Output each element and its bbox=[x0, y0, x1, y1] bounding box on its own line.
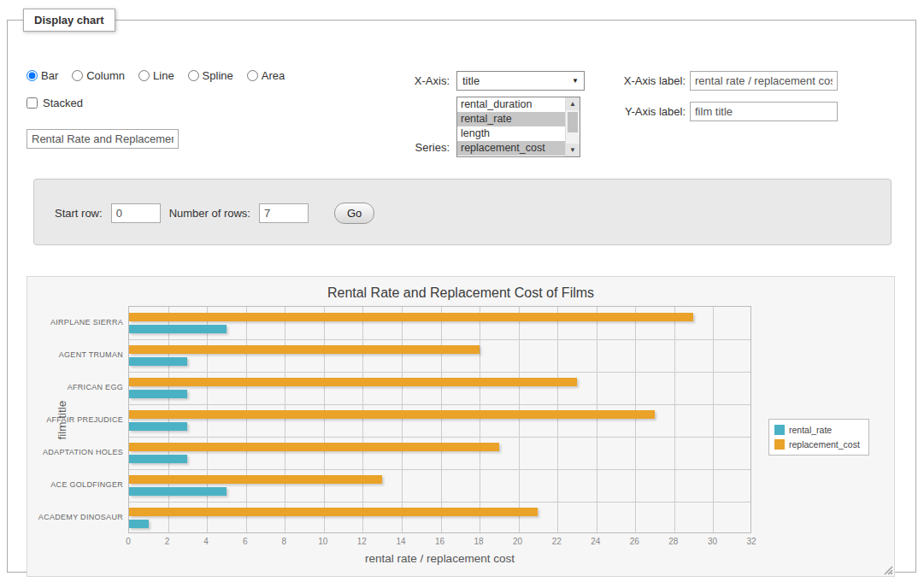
radio-spline[interactable] bbox=[188, 70, 199, 81]
legend-label: replacement_cost bbox=[789, 439, 860, 450]
v-gridline bbox=[246, 307, 247, 532]
x-axis-label-field-label: X-Axis label: bbox=[555, 74, 686, 87]
category-labels: AIRPLANE SIERRAAGENT TRUMANAFRICAN EGGAF… bbox=[27, 306, 123, 533]
num-rows-input[interactable] bbox=[259, 203, 309, 223]
stacked-checkbox[interactable] bbox=[26, 97, 38, 109]
x-tick-14: 14 bbox=[396, 537, 405, 546]
v-gridline bbox=[168, 307, 169, 532]
h-gridline bbox=[129, 437, 750, 438]
h-gridline bbox=[129, 469, 750, 470]
x-tick-2: 2 bbox=[165, 537, 170, 546]
y-axis-label-input[interactable] bbox=[690, 102, 838, 121]
legend-swatch bbox=[774, 439, 785, 450]
plot-area bbox=[128, 306, 751, 533]
x-axis-label-row: X-Axis label: bbox=[555, 71, 838, 91]
v-gridline bbox=[441, 307, 442, 532]
x-tick-12: 12 bbox=[357, 537, 367, 546]
v-gridline bbox=[207, 307, 208, 532]
v-gridline bbox=[324, 307, 325, 532]
x-tick-26: 26 bbox=[630, 537, 639, 546]
radio-line[interactable] bbox=[138, 70, 150, 81]
bar-rental_rate bbox=[129, 390, 187, 398]
bar-replacement_cost bbox=[129, 475, 382, 484]
v-gridline bbox=[285, 307, 285, 532]
x-tick-30: 30 bbox=[708, 537, 717, 546]
radio-column[interactable] bbox=[72, 70, 83, 81]
radio-bar[interactable] bbox=[26, 70, 38, 81]
scroll-down-icon[interactable]: ▼ bbox=[566, 144, 580, 156]
stacked-option[interactable]: Stacked bbox=[26, 97, 83, 109]
chart-type-group: BarColumnLineSplineArea bbox=[26, 69, 285, 82]
h-gridline bbox=[129, 372, 750, 373]
series-option-replacement_cost[interactable]: replacement_cost bbox=[457, 141, 565, 156]
v-gridline bbox=[519, 307, 520, 532]
chart-type-label-column: Column bbox=[86, 69, 125, 82]
x-tick-18: 18 bbox=[474, 537, 484, 546]
v-gridline bbox=[480, 307, 480, 532]
chart-type-column[interactable]: Column bbox=[72, 69, 125, 82]
chart-type-label-bar: Bar bbox=[41, 69, 58, 82]
v-gridline bbox=[597, 307, 597, 532]
x-tick-16: 16 bbox=[435, 537, 444, 546]
v-gridline bbox=[713, 307, 714, 532]
series-field-label: Series: bbox=[367, 141, 450, 154]
series-row: Series: rental_durationrental_ratelength… bbox=[367, 97, 580, 157]
radio-area[interactable] bbox=[247, 70, 258, 81]
bar-replacement_cost bbox=[129, 410, 655, 419]
category-label: ACADEMY DINOSAUR bbox=[27, 501, 123, 533]
chart-type-label-spline: Spline bbox=[203, 69, 233, 82]
h-gridline bbox=[129, 404, 750, 405]
x-tick-0: 0 bbox=[126, 537, 131, 546]
bar-replacement_cost bbox=[129, 378, 577, 386]
x-tick-8: 8 bbox=[281, 537, 286, 546]
bar-replacement_cost bbox=[129, 443, 499, 451]
h-gridline bbox=[129, 502, 750, 503]
x-axis-label-input[interactable] bbox=[690, 71, 838, 91]
chart-type-spline[interactable]: Spline bbox=[188, 69, 233, 82]
chart-panel: Rental Rate and Replacement Cost of Film… bbox=[26, 276, 895, 577]
category-label: AFFAIR PREJUDICE bbox=[27, 403, 123, 436]
chart-type-label-area: Area bbox=[262, 69, 285, 82]
bar-replacement_cost bbox=[129, 313, 693, 321]
series-option-rental_duration[interactable]: rental_duration bbox=[457, 97, 565, 112]
y-axis-label-row: Y-Axis label: bbox=[555, 102, 838, 121]
chart-type-line[interactable]: Line bbox=[138, 69, 174, 82]
x-tick-labels: 02468101214161820222426283032 bbox=[128, 537, 751, 549]
bar-rental_rate bbox=[129, 455, 187, 463]
category-label: AIRPLANE SIERRA bbox=[27, 306, 123, 338]
legend-swatch bbox=[774, 425, 785, 435]
x-tick-6: 6 bbox=[243, 537, 248, 546]
bar-rental_rate bbox=[129, 520, 149, 528]
start-row-input[interactable] bbox=[111, 203, 161, 223]
x-tick-4: 4 bbox=[203, 537, 209, 546]
x-axis-row: X-Axis: title ▼ bbox=[367, 71, 585, 91]
bar-rental_rate bbox=[129, 487, 227, 496]
x-tick-22: 22 bbox=[552, 537, 562, 546]
chart-x-axis-label: rental rate / replacement cost bbox=[128, 552, 751, 565]
chart-type-area[interactable]: Area bbox=[247, 69, 285, 82]
legend-item-replacement_cost: replacement_cost bbox=[774, 439, 860, 450]
series-listbox-options: rental_durationrental_ratelengthreplacem… bbox=[457, 97, 565, 156]
chart-type-bar[interactable]: Bar bbox=[26, 69, 58, 82]
category-label: ADAPTATION HOLES bbox=[27, 436, 123, 468]
x-axis-field-label: X-Axis: bbox=[367, 74, 450, 87]
category-label: ACE GOLDFINGER bbox=[27, 468, 123, 501]
series-option-length[interactable]: length bbox=[457, 126, 565, 141]
x-tick-28: 28 bbox=[668, 537, 678, 546]
x-axis-selected-value: title bbox=[462, 74, 480, 87]
series-option-rental_rate[interactable]: rental_rate bbox=[457, 112, 565, 126]
panel-title: Display chart bbox=[23, 9, 115, 32]
chart-title-input[interactable] bbox=[26, 129, 179, 149]
x-tick-10: 10 bbox=[318, 537, 327, 546]
bar-replacement_cost bbox=[129, 345, 480, 354]
y-axis-label-field-label: Y-Axis label: bbox=[555, 105, 686, 118]
v-gridline bbox=[635, 307, 636, 532]
go-button[interactable]: Go bbox=[334, 203, 374, 224]
resize-handle-icon[interactable] bbox=[881, 563, 893, 575]
rows-range-form: Start row: Number of rows: Go bbox=[34, 179, 891, 224]
bar-rental_rate bbox=[129, 357, 187, 366]
chart-type-label-line: Line bbox=[153, 69, 174, 82]
display-chart-panel: Display chart BarColumnLineSplineArea St… bbox=[7, 9, 916, 573]
bar-rental_rate bbox=[129, 422, 187, 431]
bar-replacement_cost bbox=[129, 508, 538, 516]
